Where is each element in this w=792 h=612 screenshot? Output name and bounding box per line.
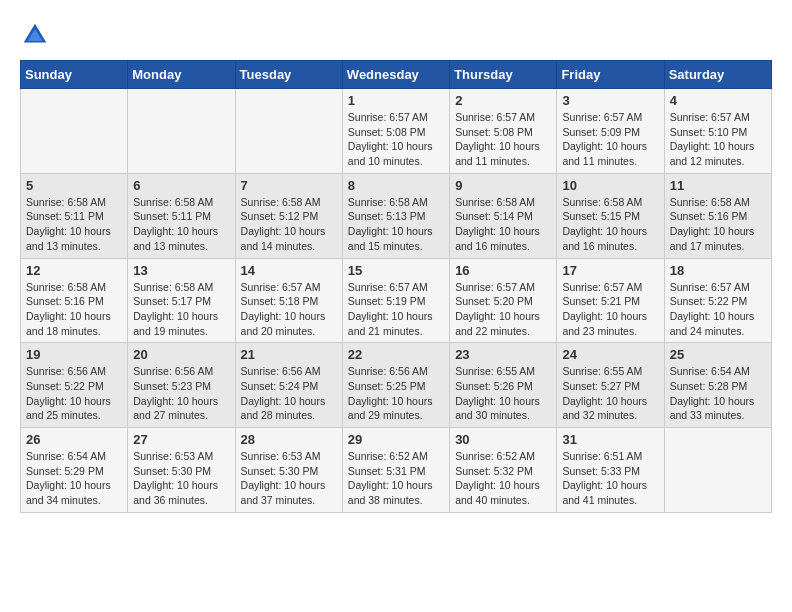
day-number: 12	[26, 263, 122, 278]
logo	[20, 20, 54, 50]
calendar-cell	[664, 428, 771, 513]
day-info: Sunrise: 6:52 AM Sunset: 5:31 PM Dayligh…	[348, 449, 444, 508]
day-header-friday: Friday	[557, 61, 664, 89]
calendar-cell: 22Sunrise: 6:56 AM Sunset: 5:25 PM Dayli…	[342, 343, 449, 428]
day-number: 16	[455, 263, 551, 278]
day-number: 13	[133, 263, 229, 278]
day-number: 18	[670, 263, 766, 278]
calendar-cell: 4Sunrise: 6:57 AM Sunset: 5:10 PM Daylig…	[664, 89, 771, 174]
week-row-4: 26Sunrise: 6:54 AM Sunset: 5:29 PM Dayli…	[21, 428, 772, 513]
day-header-sunday: Sunday	[21, 61, 128, 89]
day-info: Sunrise: 6:57 AM Sunset: 5:21 PM Dayligh…	[562, 280, 658, 339]
week-row-2: 12Sunrise: 6:58 AM Sunset: 5:16 PM Dayli…	[21, 258, 772, 343]
day-info: Sunrise: 6:57 AM Sunset: 5:10 PM Dayligh…	[670, 110, 766, 169]
calendar-cell: 7Sunrise: 6:58 AM Sunset: 5:12 PM Daylig…	[235, 173, 342, 258]
day-info: Sunrise: 6:57 AM Sunset: 5:09 PM Dayligh…	[562, 110, 658, 169]
calendar-body: 1Sunrise: 6:57 AM Sunset: 5:08 PM Daylig…	[21, 89, 772, 513]
day-info: Sunrise: 6:57 AM Sunset: 5:18 PM Dayligh…	[241, 280, 337, 339]
day-number: 7	[241, 178, 337, 193]
day-info: Sunrise: 6:58 AM Sunset: 5:17 PM Dayligh…	[133, 280, 229, 339]
day-number: 30	[455, 432, 551, 447]
day-info: Sunrise: 6:51 AM Sunset: 5:33 PM Dayligh…	[562, 449, 658, 508]
calendar-cell: 27Sunrise: 6:53 AM Sunset: 5:30 PM Dayli…	[128, 428, 235, 513]
day-number: 19	[26, 347, 122, 362]
day-info: Sunrise: 6:55 AM Sunset: 5:27 PM Dayligh…	[562, 364, 658, 423]
day-info: Sunrise: 6:57 AM Sunset: 5:08 PM Dayligh…	[455, 110, 551, 169]
calendar-cell: 8Sunrise: 6:58 AM Sunset: 5:13 PM Daylig…	[342, 173, 449, 258]
day-header-saturday: Saturday	[664, 61, 771, 89]
day-info: Sunrise: 6:57 AM Sunset: 5:19 PM Dayligh…	[348, 280, 444, 339]
day-info: Sunrise: 6:55 AM Sunset: 5:26 PM Dayligh…	[455, 364, 551, 423]
day-info: Sunrise: 6:56 AM Sunset: 5:25 PM Dayligh…	[348, 364, 444, 423]
calendar-cell: 2Sunrise: 6:57 AM Sunset: 5:08 PM Daylig…	[450, 89, 557, 174]
day-number: 5	[26, 178, 122, 193]
page-header	[20, 20, 772, 50]
calendar-cell: 12Sunrise: 6:58 AM Sunset: 5:16 PM Dayli…	[21, 258, 128, 343]
calendar-cell: 3Sunrise: 6:57 AM Sunset: 5:09 PM Daylig…	[557, 89, 664, 174]
day-number: 10	[562, 178, 658, 193]
calendar-table: SundayMondayTuesdayWednesdayThursdayFrid…	[20, 60, 772, 513]
day-number: 27	[133, 432, 229, 447]
week-row-1: 5Sunrise: 6:58 AM Sunset: 5:11 PM Daylig…	[21, 173, 772, 258]
day-info: Sunrise: 6:58 AM Sunset: 5:13 PM Dayligh…	[348, 195, 444, 254]
day-info: Sunrise: 6:57 AM Sunset: 5:20 PM Dayligh…	[455, 280, 551, 339]
day-number: 22	[348, 347, 444, 362]
day-info: Sunrise: 6:52 AM Sunset: 5:32 PM Dayligh…	[455, 449, 551, 508]
calendar-cell: 14Sunrise: 6:57 AM Sunset: 5:18 PM Dayli…	[235, 258, 342, 343]
calendar-cell: 18Sunrise: 6:57 AM Sunset: 5:22 PM Dayli…	[664, 258, 771, 343]
day-number: 4	[670, 93, 766, 108]
calendar-cell: 26Sunrise: 6:54 AM Sunset: 5:29 PM Dayli…	[21, 428, 128, 513]
calendar-cell: 28Sunrise: 6:53 AM Sunset: 5:30 PM Dayli…	[235, 428, 342, 513]
calendar-cell: 19Sunrise: 6:56 AM Sunset: 5:22 PM Dayli…	[21, 343, 128, 428]
calendar-cell: 13Sunrise: 6:58 AM Sunset: 5:17 PM Dayli…	[128, 258, 235, 343]
calendar-cell: 16Sunrise: 6:57 AM Sunset: 5:20 PM Dayli…	[450, 258, 557, 343]
day-info: Sunrise: 6:53 AM Sunset: 5:30 PM Dayligh…	[241, 449, 337, 508]
logo-icon	[20, 20, 50, 50]
day-info: Sunrise: 6:57 AM Sunset: 5:22 PM Dayligh…	[670, 280, 766, 339]
calendar-cell	[21, 89, 128, 174]
calendar-cell: 30Sunrise: 6:52 AM Sunset: 5:32 PM Dayli…	[450, 428, 557, 513]
calendar-cell: 23Sunrise: 6:55 AM Sunset: 5:26 PM Dayli…	[450, 343, 557, 428]
day-number: 9	[455, 178, 551, 193]
calendar-cell: 5Sunrise: 6:58 AM Sunset: 5:11 PM Daylig…	[21, 173, 128, 258]
calendar-cell: 21Sunrise: 6:56 AM Sunset: 5:24 PM Dayli…	[235, 343, 342, 428]
calendar-cell: 31Sunrise: 6:51 AM Sunset: 5:33 PM Dayli…	[557, 428, 664, 513]
week-row-3: 19Sunrise: 6:56 AM Sunset: 5:22 PM Dayli…	[21, 343, 772, 428]
day-number: 23	[455, 347, 551, 362]
day-header-wednesday: Wednesday	[342, 61, 449, 89]
day-info: Sunrise: 6:57 AM Sunset: 5:08 PM Dayligh…	[348, 110, 444, 169]
day-number: 20	[133, 347, 229, 362]
calendar-cell: 1Sunrise: 6:57 AM Sunset: 5:08 PM Daylig…	[342, 89, 449, 174]
day-info: Sunrise: 6:58 AM Sunset: 5:15 PM Dayligh…	[562, 195, 658, 254]
day-number: 21	[241, 347, 337, 362]
day-info: Sunrise: 6:56 AM Sunset: 5:22 PM Dayligh…	[26, 364, 122, 423]
calendar-cell: 10Sunrise: 6:58 AM Sunset: 5:15 PM Dayli…	[557, 173, 664, 258]
day-info: Sunrise: 6:54 AM Sunset: 5:28 PM Dayligh…	[670, 364, 766, 423]
day-number: 2	[455, 93, 551, 108]
day-header-monday: Monday	[128, 61, 235, 89]
calendar-cell: 9Sunrise: 6:58 AM Sunset: 5:14 PM Daylig…	[450, 173, 557, 258]
day-number: 17	[562, 263, 658, 278]
day-number: 1	[348, 93, 444, 108]
day-info: Sunrise: 6:58 AM Sunset: 5:11 PM Dayligh…	[26, 195, 122, 254]
day-number: 24	[562, 347, 658, 362]
day-info: Sunrise: 6:58 AM Sunset: 5:16 PM Dayligh…	[670, 195, 766, 254]
day-header-tuesday: Tuesday	[235, 61, 342, 89]
calendar-cell: 29Sunrise: 6:52 AM Sunset: 5:31 PM Dayli…	[342, 428, 449, 513]
day-info: Sunrise: 6:56 AM Sunset: 5:24 PM Dayligh…	[241, 364, 337, 423]
day-number: 28	[241, 432, 337, 447]
calendar-cell: 6Sunrise: 6:58 AM Sunset: 5:11 PM Daylig…	[128, 173, 235, 258]
calendar-cell	[235, 89, 342, 174]
day-header-thursday: Thursday	[450, 61, 557, 89]
days-header-row: SundayMondayTuesdayWednesdayThursdayFrid…	[21, 61, 772, 89]
day-info: Sunrise: 6:58 AM Sunset: 5:16 PM Dayligh…	[26, 280, 122, 339]
day-number: 29	[348, 432, 444, 447]
day-number: 25	[670, 347, 766, 362]
day-number: 31	[562, 432, 658, 447]
day-number: 8	[348, 178, 444, 193]
day-number: 3	[562, 93, 658, 108]
day-info: Sunrise: 6:53 AM Sunset: 5:30 PM Dayligh…	[133, 449, 229, 508]
calendar-cell: 17Sunrise: 6:57 AM Sunset: 5:21 PM Dayli…	[557, 258, 664, 343]
day-info: Sunrise: 6:58 AM Sunset: 5:14 PM Dayligh…	[455, 195, 551, 254]
day-number: 6	[133, 178, 229, 193]
